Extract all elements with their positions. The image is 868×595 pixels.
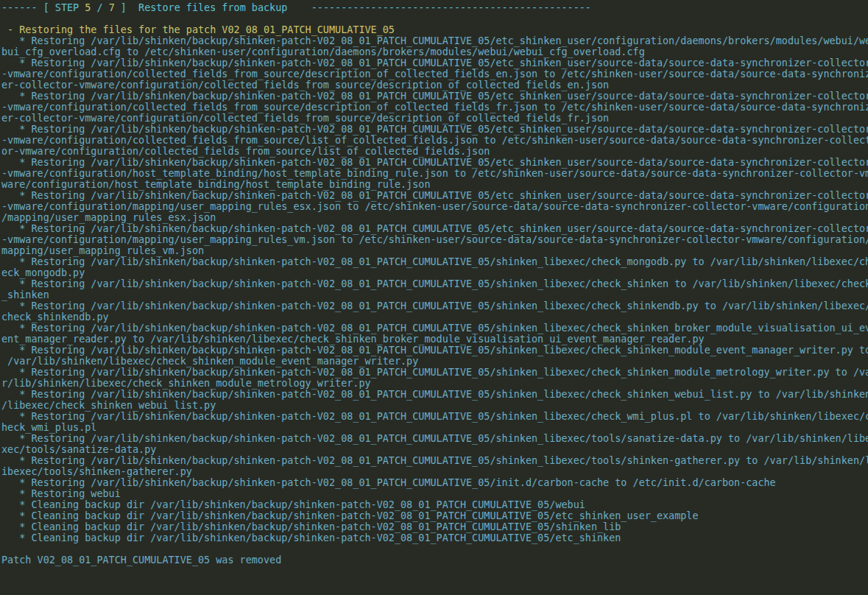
step-total-number: 7 (109, 2, 115, 13)
blank-line (1, 543, 868, 554)
header-dashes-left: ------ [ STEP (1, 2, 85, 13)
step-header-title: ] Restore files from backup (115, 2, 288, 13)
step-header-line: ------ [ STEP 5 / 7 ] Restore files from… (1, 2, 868, 13)
step-separator: / (91, 2, 108, 13)
patch-restore-heading: - Restoring the files for the patch V02_… (1, 24, 868, 35)
header-dashes-right: ----------------------------------------… (287, 2, 591, 13)
blank-line (1, 13, 868, 24)
restore-log: * Restoring /var/lib/shinken/backup/shin… (1, 35, 868, 543)
terminal-window[interactable]: ------ [ STEP 5 / 7 ] Restore files from… (0, 0, 868, 595)
patch-removed-message: Patch V02_08_01_PATCH_CUMULATIVE_05 was … (1, 554, 868, 566)
